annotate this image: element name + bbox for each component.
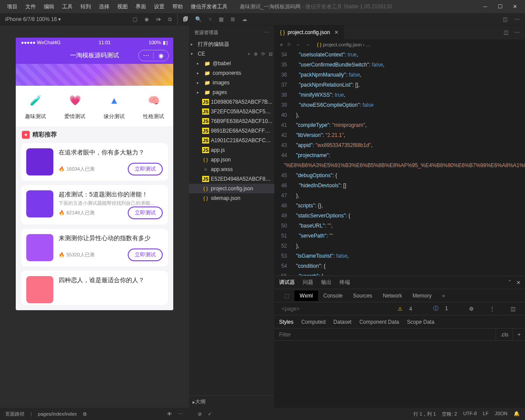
test-button[interactable]: 立即测试 xyxy=(128,206,163,219)
styles-tab-Scope Data[interactable]: Scope Data xyxy=(407,319,434,325)
mute-icon[interactable]: 🕪 xyxy=(156,16,161,22)
file-row[interactable]: JS3F2EFC058A52ABCF59... xyxy=(189,107,274,116)
eye-icon[interactable]: 👁 xyxy=(167,411,172,416)
devtools-tab-调试器[interactable]: 调试器 xyxy=(279,279,295,286)
record-icon[interactable]: ◉ xyxy=(144,16,149,22)
cursor-pos[interactable]: 行 1，列 1 xyxy=(413,411,436,417)
close-icon[interactable]: ✕ xyxy=(512,4,518,10)
file-row[interactable]: JSE52ED4948A52ABCF83... xyxy=(189,174,274,184)
folder-@babel[interactable]: ▸📁@babel xyxy=(189,59,274,68)
refresh-icon[interactable]: ⟳ xyxy=(261,51,265,57)
chevron-up-icon[interactable]: ˅ xyxy=(508,280,511,286)
file-row[interactable]: { }project.config.json xyxy=(189,184,274,193)
folder-images[interactable]: ▸📁images xyxy=(189,78,274,88)
test-card[interactable]: 四种恋人，谁是最适合你的人？ xyxy=(21,271,168,305)
minimize-icon[interactable]: ─ xyxy=(482,4,488,10)
file-row[interactable]: { }sitemap.json xyxy=(189,193,274,203)
devtools-close-icon[interactable]: ✕ xyxy=(516,280,521,286)
dots-icon[interactable]: ⋮ xyxy=(484,304,500,314)
menu-设置[interactable]: 设置 xyxy=(150,2,168,12)
forward-icon[interactable]: → xyxy=(305,42,310,47)
more-tabs-icon[interactable]: » xyxy=(437,290,450,301)
search-icon[interactable]: 🔍 xyxy=(195,16,202,22)
info-badge[interactable]: ⓘ 1 xyxy=(428,303,458,315)
outline-section[interactable]: ▸大纲 xyxy=(189,396,274,408)
category-item[interactable]: 🧠性格测试 xyxy=(134,92,173,120)
collapse-icon[interactable]: ⊟ xyxy=(269,51,273,57)
panel-tab-Memory[interactable]: Memory xyxy=(407,290,437,301)
tab-close-icon[interactable]: ✕ xyxy=(334,29,339,35)
styles-tab-Component Data[interactable]: Component Data xyxy=(359,319,399,325)
breadcrumb-more[interactable]: ... xyxy=(366,42,370,47)
bookmark-icon[interactable]: ⚐ xyxy=(287,42,291,48)
menu-视图[interactable]: 视图 xyxy=(114,2,131,12)
styles-tab-Computed[interactable]: Computed xyxy=(301,319,326,325)
back-icon[interactable]: ← xyxy=(296,42,301,47)
cloud-icon[interactable]: ☁ xyxy=(242,16,247,22)
new-folder-icon[interactable]: ⊕ xyxy=(254,51,258,57)
file-row[interactable]: JS9891B2E68A52ABCFFE... xyxy=(189,126,274,136)
eol[interactable]: LF xyxy=(483,411,489,417)
menu-界面[interactable]: 界面 xyxy=(132,2,150,12)
menu-文件[interactable]: 文件 xyxy=(22,2,39,12)
bell-icon[interactable]: 🔔 xyxy=(514,411,520,417)
grid-icon[interactable]: ▦ xyxy=(219,16,224,22)
editor-more-icon[interactable]: ⋯ xyxy=(514,29,520,35)
encoding[interactable]: UTF-8 xyxy=(463,411,477,417)
panel-tab-Sources[interactable]: Sources xyxy=(348,290,378,301)
panel-tab-Network[interactable]: Network xyxy=(378,290,407,301)
project-root-row[interactable]: ▾CE + ⊕ ⟳ ⊟ xyxy=(189,49,274,59)
panel-tab-Console[interactable]: Console xyxy=(318,290,348,301)
dock-icon[interactable]: ◫ xyxy=(505,304,521,314)
code-area[interactable]: 34 "useIsolateContext": true,35 "userCon… xyxy=(275,50,525,276)
breadcrumb-file[interactable]: project.config.json xyxy=(323,42,362,47)
cls-toggle[interactable]: .cls xyxy=(496,329,513,340)
warning-badge[interactable]: ⚠ 4 xyxy=(392,304,423,314)
category-item[interactable]: ▲缘分测试 xyxy=(94,92,134,120)
open-editors-row[interactable]: ▸打开的编辑器 xyxy=(189,39,274,49)
test-card[interactable]: 在追求者眼中，你有多大魅力？ 🔥16034人已测立即测试 xyxy=(21,143,168,181)
add-style-icon[interactable]: + xyxy=(513,329,525,340)
file-row[interactable]: { }app.json xyxy=(189,155,274,164)
file-row[interactable]: JSA1901C218A52ABCFC7... xyxy=(189,136,274,145)
layout-icon[interactable]: ⊞ xyxy=(231,16,235,22)
new-file-icon[interactable]: + xyxy=(248,51,250,57)
maximize-icon[interactable]: ☐ xyxy=(497,4,503,10)
folder-components[interactable]: ▸📁components xyxy=(189,68,274,78)
language[interactable]: JSON xyxy=(495,411,508,417)
explorer-icon[interactable]: 🗐 xyxy=(183,16,188,22)
test-card[interactable]: 超准测试：5道题测出你的潜能！ 下面的五道小测试题能帮你找到自己的潜能... 🔥… xyxy=(21,185,168,224)
menu-选择[interactable]: 选择 xyxy=(95,2,113,12)
gear-icon[interactable]: ⚙ xyxy=(464,304,479,314)
capsule-close-icon[interactable]: ◉ xyxy=(154,52,168,59)
menu-转到[interactable]: 转到 xyxy=(77,2,94,12)
device-selector[interactable]: iPhone 6/7/8 100% 16 ▾ xyxy=(5,16,61,22)
split-icon[interactable]: ◫ xyxy=(503,16,508,22)
test-button[interactable]: 立即测试 xyxy=(128,248,163,261)
copy-icon[interactable]: ⧉ xyxy=(83,411,87,417)
devtools-tab-问题[interactable]: 问题 xyxy=(303,279,313,286)
capsule-menu-icon[interactable]: ⋯ xyxy=(139,52,154,59)
cut-icon[interactable]: ⧉ xyxy=(168,16,172,22)
devtools-tab-终端[interactable]: 终端 xyxy=(340,279,350,286)
split-editor-icon[interactable]: ◫ xyxy=(504,29,508,35)
category-item[interactable]: 💗爱情测试 xyxy=(55,92,94,120)
folder-pages[interactable]: ▸📁pages xyxy=(189,88,274,97)
devtools-tab-输出[interactable]: 输出 xyxy=(321,279,332,286)
more-icon[interactable]: ⋯ xyxy=(514,16,520,22)
spaces[interactable]: 空格: 2 xyxy=(442,411,457,417)
panel-tab-Wxml[interactable]: Wxml xyxy=(294,290,318,301)
styles-tab-Dataset[interactable]: Dataset xyxy=(333,319,351,325)
page-path[interactable]: pages/index/index xyxy=(38,411,77,416)
inspect-icon[interactable]: ⬚ xyxy=(279,290,294,301)
menu-编辑[interactable]: 编辑 xyxy=(40,2,58,12)
menu-帮助[interactable]: 帮助 xyxy=(169,2,186,12)
file-row[interactable]: JS1D8980678A52ABCF7B... xyxy=(189,97,274,107)
file-row[interactable]: ≡app.wxss xyxy=(189,164,274,174)
terminal-icon[interactable]: ⊘ xyxy=(198,411,202,417)
menu-项目[interactable]: 项目 xyxy=(4,2,21,12)
phone-icon[interactable]: ▢ xyxy=(133,16,137,22)
test-card[interactable]: 来测测你让异性心动的指数有多少 🔥55320人已测立即测试 xyxy=(21,229,168,266)
category-item[interactable]: 🧪趣味测试 xyxy=(16,92,55,120)
menu-微信开发者工具[interactable]: 微信开发者工具 xyxy=(187,2,231,12)
